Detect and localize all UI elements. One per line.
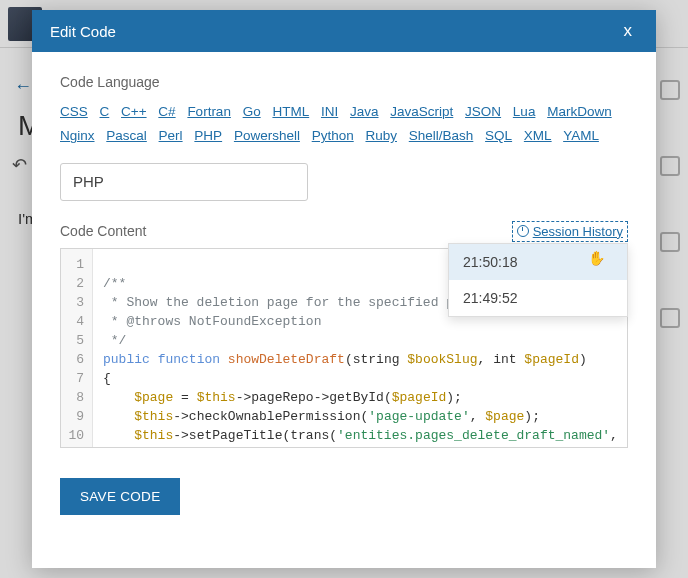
language-link-go[interactable]: Go: [243, 104, 261, 119]
language-links: CSS C C++ C# Fortran Go HTML INI Java Ja…: [60, 100, 628, 149]
language-link-java[interactable]: Java: [350, 104, 379, 119]
language-link-sql[interactable]: SQL: [485, 128, 512, 143]
clock-icon: [517, 225, 529, 237]
modal-title: Edit Code: [50, 23, 116, 40]
line-number: 4: [67, 312, 84, 331]
close-icon[interactable]: x: [618, 17, 639, 45]
language-link-html[interactable]: HTML: [272, 104, 309, 119]
language-link-json[interactable]: JSON: [465, 104, 501, 119]
language-link-perl[interactable]: Perl: [159, 128, 183, 143]
language-link-markdown[interactable]: MarkDown: [547, 104, 612, 119]
language-link-ruby[interactable]: Ruby: [365, 128, 397, 143]
edit-code-modal: Edit Code x Code Language CSS C C++ C# F…: [32, 10, 656, 568]
language-link-javascript[interactable]: JavaScript: [390, 104, 453, 119]
language-link-css[interactable]: CSS: [60, 104, 88, 119]
session-history-link[interactable]: Session History: [512, 221, 628, 242]
line-number-gutter: 12345678910: [61, 249, 93, 447]
language-link-shellbash[interactable]: Shell/Bash: [409, 128, 474, 143]
language-link-c[interactable]: C#: [158, 104, 175, 119]
cursor-icon: ✋: [588, 250, 605, 266]
line-number: 3: [67, 293, 84, 312]
modal-header: Edit Code x: [32, 10, 656, 52]
modal-body: Code Language CSS C C++ C# Fortran Go HT…: [32, 52, 656, 568]
line-number: 2: [67, 274, 84, 293]
line-number: 8: [67, 388, 84, 407]
history-item[interactable]: 21:49:52: [449, 280, 627, 316]
language-link-powershell[interactable]: Powershell: [234, 128, 300, 143]
language-link-nginx[interactable]: Nginx: [60, 128, 95, 143]
line-number: 5: [67, 331, 84, 350]
language-link-yaml[interactable]: YAML: [563, 128, 599, 143]
language-link-ini[interactable]: INI: [321, 104, 338, 119]
language-link-xml[interactable]: XML: [524, 128, 552, 143]
session-history-text: Session History: [533, 224, 623, 239]
language-link-lua[interactable]: Lua: [513, 104, 536, 119]
language-link-php[interactable]: PHP: [194, 128, 222, 143]
language-link-c[interactable]: C++: [121, 104, 147, 119]
language-link-python[interactable]: Python: [312, 128, 354, 143]
line-number: 10: [67, 426, 84, 445]
line-number: 7: [67, 369, 84, 388]
line-number: 1: [67, 255, 84, 274]
code-content-label: Code Content: [60, 223, 146, 239]
session-history-dropdown: 21:50:18✋21:49:52: [448, 243, 628, 317]
language-link-pascal[interactable]: Pascal: [106, 128, 147, 143]
history-item[interactable]: 21:50:18✋: [449, 244, 627, 280]
language-input[interactable]: [60, 163, 308, 201]
language-link-c[interactable]: C: [100, 104, 110, 119]
code-language-label: Code Language: [60, 74, 628, 90]
language-link-fortran[interactable]: Fortran: [187, 104, 231, 119]
save-code-button[interactable]: SAVE CODE: [60, 478, 180, 515]
line-number: 6: [67, 350, 84, 369]
line-number: 9: [67, 407, 84, 426]
